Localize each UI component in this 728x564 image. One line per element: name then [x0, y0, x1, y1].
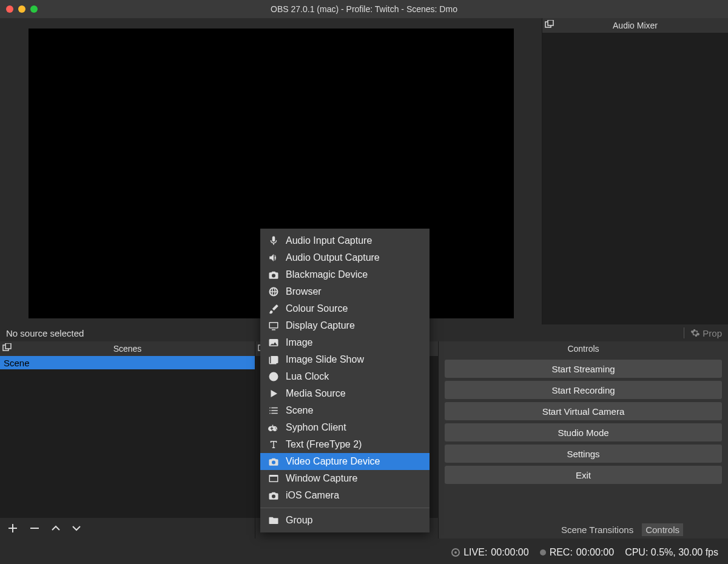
play-icon — [268, 388, 280, 400]
menu-item-label: Colour Source — [286, 303, 348, 314]
menu-item-image-slide-show[interactable]: Image Slide Show — [260, 351, 430, 368]
studio-mode-button[interactable]: Studio Mode — [445, 423, 722, 441]
slideshow-icon — [268, 354, 280, 366]
cpu-text: CPU: 0.5%, 30.00 fps — [625, 547, 718, 558]
remove-scene-button[interactable] — [29, 523, 40, 534]
text-icon — [268, 438, 280, 451]
folder-icon — [268, 514, 280, 526]
scenes-panel: Scenes Scene — [0, 341, 255, 539]
live-label: LIVE: — [463, 547, 487, 558]
controls-title: Controls — [567, 344, 599, 354]
globe-icon — [268, 286, 280, 298]
audio-mixer-body — [542, 33, 728, 324]
exit-button[interactable]: Exit — [445, 466, 722, 484]
close-window-button[interactable] — [6, 5, 13, 13]
window-title: OBS 27.0.1 (mac) - Profile: Twitch - Sce… — [0, 4, 728, 14]
menu-item-image[interactable]: Image — [260, 334, 430, 351]
menu-item-display-capture[interactable]: Display Capture — [260, 317, 430, 334]
menu-item-browser[interactable]: Browser — [260, 283, 430, 300]
menu-item-label: Lua Clock — [286, 371, 329, 382]
controls-header: Controls — [439, 341, 728, 356]
title-bar: OBS 27.0.1 (mac) - Profile: Twitch - Sce… — [0, 0, 728, 18]
menu-item-text-freetype-2-[interactable]: Text (FreeType 2) — [260, 436, 430, 453]
controls-panel: Controls Start StreamingStart RecordingS… — [438, 341, 728, 539]
menu-item-audio-output-capture[interactable]: Audio Output Capture — [260, 249, 430, 266]
speaker-icon — [268, 252, 280, 264]
menu-item-syphon-client[interactable]: Syphon Client — [260, 419, 430, 436]
menu-item-window-capture[interactable]: Window Capture — [260, 470, 430, 487]
menu-item-label: Text (FreeType 2) — [286, 439, 362, 450]
svg-rect-1 — [548, 20, 553, 25]
scenes-list[interactable]: Scene — [0, 356, 255, 518]
start-streaming-button[interactable]: Start Streaming — [445, 360, 722, 378]
scenes-title: Scenes — [113, 344, 142, 354]
menu-item-label: Image — [286, 337, 312, 348]
minimize-window-button[interactable] — [18, 5, 25, 13]
rec-status: REC: 00:00:00 — [540, 547, 615, 558]
menu-item-blackmagic-device[interactable]: Blackmagic Device — [260, 266, 430, 283]
live-time: 00:00:00 — [491, 547, 528, 558]
menu-item-audio-input-capture[interactable]: Audio Input Capture — [260, 232, 430, 249]
camera-icon — [268, 489, 280, 502]
move-scene-up-button[interactable] — [51, 523, 61, 533]
menu-item-lua-clock[interactable]: Lua Clock — [260, 368, 430, 385]
rec-time: 00:00:00 — [576, 547, 614, 558]
start-virtual-camera-button[interactable]: Start Virtual Camera — [445, 402, 722, 420]
menu-item-label: Audio Output Capture — [286, 252, 380, 263]
list-icon — [268, 405, 280, 417]
menu-item-scene[interactable]: Scene — [260, 402, 430, 419]
controls-body: Start StreamingStart RecordingStart Virt… — [439, 356, 728, 488]
controls-toggle[interactable]: Controls — [642, 523, 683, 536]
live-status: LIVE: 00:00:00 — [451, 547, 528, 558]
menu-item-label: Blackmagic Device — [286, 269, 368, 280]
svg-rect-3 — [5, 343, 11, 349]
status-bar: LIVE: 00:00:00 REC: 00:00:00 CPU: 0.5%, … — [0, 541, 728, 564]
brush-icon — [268, 303, 280, 315]
menu-item-group[interactable]: Group — [260, 512, 430, 529]
add-source-menu[interactable]: Audio Input CaptureAudio Output CaptureB… — [260, 229, 430, 532]
audio-mixer-title: Audio Mixer — [613, 21, 658, 30]
undock-icon[interactable] — [545, 20, 554, 30]
clock-icon — [268, 371, 280, 383]
separator — [684, 327, 684, 338]
menu-item-label: Video Capture Device — [286, 456, 380, 467]
image-icon — [268, 337, 280, 349]
properties-button[interactable]: Prop — [690, 328, 722, 338]
scene-transitions-toggle[interactable]: Scene Transitions — [558, 523, 637, 536]
settings-button[interactable]: Settings — [445, 445, 722, 463]
monitor-icon — [268, 320, 280, 332]
menu-separator — [260, 508, 430, 508]
menu-item-label: Group — [286, 515, 312, 526]
no-source-label: No source selected — [6, 328, 84, 338]
menu-item-colour-source[interactable]: Colour Source — [260, 300, 430, 317]
menu-item-label: Media Source — [286, 388, 346, 399]
add-scene-button[interactable] — [7, 523, 18, 534]
undock-icon[interactable] — [2, 343, 12, 353]
window-controls — [6, 5, 38, 13]
rec-label: REC: — [550, 547, 573, 558]
menu-item-ios-camera[interactable]: iOS Camera — [260, 487, 430, 504]
menu-item-label: Syphon Client — [286, 422, 346, 433]
mic-icon — [268, 235, 280, 247]
audio-mixer-panel: Audio Mixer — [542, 18, 728, 324]
camera-icon — [268, 269, 280, 281]
menu-item-media-source[interactable]: Media Source — [260, 385, 430, 402]
gamepad-icon — [268, 421, 280, 434]
start-recording-button[interactable]: Start Recording — [445, 381, 722, 399]
menu-item-label: Scene — [286, 405, 313, 416]
scene-item[interactable]: Scene — [0, 356, 255, 369]
menu-item-label: Window Capture — [286, 473, 357, 484]
scene-item-label: Scene — [4, 358, 30, 368]
menu-item-video-capture-device[interactable]: Video Capture Device — [260, 453, 430, 470]
scenes-header: Scenes — [0, 341, 255, 356]
scenes-toolbar — [0, 518, 255, 539]
menu-item-label: iOS Camera — [286, 490, 339, 501]
menu-item-label: Browser — [286, 286, 322, 297]
menu-item-label: Image Slide Show — [286, 354, 364, 365]
record-dot-icon — [540, 549, 546, 556]
menu-item-label: Audio Input Capture — [286, 235, 372, 246]
broadcast-icon — [451, 548, 460, 557]
window-icon — [268, 472, 280, 485]
maximize-window-button[interactable] — [30, 5, 38, 13]
move-scene-down-button[interactable] — [72, 523, 81, 533]
